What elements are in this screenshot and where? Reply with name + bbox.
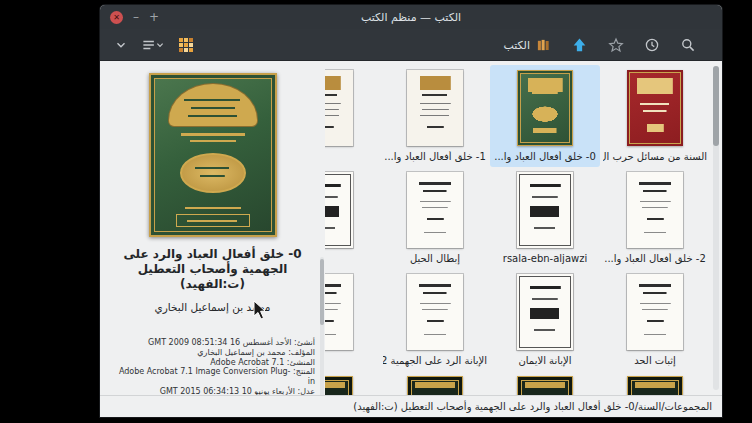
detail-scrollbar-thumb[interactable] [320, 259, 324, 325]
cover-text-line [181, 133, 245, 136]
go-up-icon[interactable] [571, 37, 588, 54]
meta-modified: عدل: الأربعاء يونيو 10 06:34:13 2015 GMT [114, 387, 315, 395]
book-cover-thumbnail [627, 70, 683, 146]
close-button[interactable]: ✕ [110, 11, 123, 24]
book-grid-item[interactable] [490, 371, 600, 395]
cover-text-line [185, 207, 241, 209]
thumbnail-view-icon[interactable] [178, 37, 194, 53]
book-grid-item[interactable]: الإبانة الايمان [490, 269, 600, 371]
book-detail-panel: 0- خلق أفعال العباد والرد على الجهمية وأ… [100, 61, 325, 395]
book-caption: rsala-ebn-aljawzi [503, 253, 587, 265]
book-cover-thumbnail [517, 172, 573, 248]
list-view-icon[interactable] [141, 38, 165, 52]
toolbar: الكتب [100, 29, 722, 61]
main-content: 0- خلق أفعال العباد والرد على الجهمية وأ… [100, 61, 722, 395]
grid-scrollbar[interactable] [713, 66, 719, 390]
book-cover-thumbnail [517, 70, 573, 146]
book-caption: 2- خلق أفعال العباد وا... [604, 253, 706, 265]
book-grid-item[interactable]: rsala-ebn-aljawzi [490, 167, 600, 269]
status-bar: المجموعات/السنة/0- خلق أفعال العباد والر… [100, 395, 722, 417]
book-cover-thumbnail [325, 70, 353, 146]
book-caption: الإبانة الرد على الجهمية 2 [383, 355, 487, 367]
book-cover-thumbnail [325, 172, 353, 248]
book-cover-thumbnail [407, 376, 463, 395]
book-grid-item[interactable]: 1- خلق أفعال العباد وا... [380, 65, 490, 167]
book-cover-thumbnail [407, 274, 463, 350]
books-button[interactable]: الكتب [503, 38, 551, 53]
meta-created: أنشئ: الأحد أغسطس 16 08:51:34 2009 GMT [114, 338, 315, 348]
book-cover-thumbnail [517, 274, 573, 350]
cover-author-cartouche [176, 214, 250, 227]
book-caption: السنة من مسائل حرب ال... [603, 151, 707, 163]
metadata-block: أنشئ: الأحد أغسطس 16 08:51:34 2009 GMT ا… [114, 338, 315, 395]
book-grid-item[interactable] [325, 371, 380, 395]
book-grid-item[interactable] [600, 371, 710, 395]
toolbar-view-group [114, 29, 194, 61]
book-caption: إبطال الحيل [410, 253, 460, 265]
book-title: 0- خلق أفعال العباد والرد على الجهمية وأ… [114, 247, 311, 292]
screen: ✕ – + الكتب — منظم الكتب [0, 0, 752, 423]
book-grid-item[interactable]: الإبانة الرد على الجهمية 2 [380, 269, 490, 371]
book-caption: الإبانة الايمان [518, 355, 571, 367]
book-grid-item[interactable] [380, 371, 490, 395]
status-path: المجموعات/السنة/0- خلق أفعال العباد والر… [353, 401, 712, 412]
book-grid-item[interactable]: إبطال الحيل [380, 167, 490, 269]
book-grid: السنة من مسائل حرب ال... 0- خلق أفعال ال… [325, 61, 722, 395]
book-cover-thumbnail [407, 70, 463, 146]
book-cover-thumbnail [517, 376, 573, 395]
book-cover-thumbnail [325, 274, 353, 350]
book-grid-item[interactable]: إثبات الحد [600, 269, 710, 371]
books-icon [536, 38, 551, 53]
history-icon[interactable] [644, 37, 660, 53]
book-grid-item[interactable]: 0- خلق أفعال العباد وا... [490, 65, 600, 167]
mouse-cursor [252, 300, 266, 324]
book-author: محمد بن إسماعيل البخاري [100, 301, 325, 313]
book-cover-thumbnail [627, 274, 683, 350]
book-grid-item[interactable] [325, 269, 380, 371]
book-grid-item[interactable] [325, 65, 380, 167]
book-cover-thumbnail [627, 172, 683, 248]
book-cover-thumbnail [407, 172, 463, 248]
toolbar-nav-group: الكتب [503, 29, 696, 61]
book-caption: 1- خلق أفعال العباد وا... [384, 151, 486, 163]
cover-text-line [190, 140, 236, 142]
cover-medallion [180, 153, 246, 193]
meta-creator: المنشئ: Adobe Acrobat 7.1 [114, 358, 315, 368]
cover-ornament-top [169, 84, 257, 126]
minimize-button[interactable]: – [133, 10, 139, 24]
window-title: الكتب — منظم الكتب [100, 5, 722, 29]
book-caption: إثبات الحد [634, 355, 676, 367]
book-grid-item[interactable] [325, 167, 380, 269]
window-controls: ✕ – + [110, 5, 159, 29]
star-icon[interactable] [608, 37, 624, 53]
search-icon[interactable] [680, 37, 696, 53]
book-cover-large [149, 73, 277, 237]
book-caption: 0- خلق أفعال العباد وا... [494, 151, 596, 163]
books-button-label: الكتب [503, 39, 530, 52]
book-cover-thumbnail [627, 376, 683, 395]
titlebar[interactable]: ✕ – + الكتب — منظم الكتب [100, 5, 722, 29]
book-cover-thumbnail [325, 376, 353, 395]
detail-scrollbar[interactable] [320, 257, 324, 395]
maximize-button[interactable]: + [149, 10, 159, 24]
meta-author: المؤلف: محمد بن إسماعيل البخاري [114, 348, 315, 358]
book-grid-item[interactable]: السنة من مسائل حرب ال... [600, 65, 710, 167]
grid-scrollbar-thumb[interactable] [713, 66, 719, 146]
chevron-down-icon[interactable] [114, 38, 128, 52]
book-grid-item[interactable]: 2- خلق أفعال العباد وا... [600, 167, 710, 269]
book-organizer-window: ✕ – + الكتب — منظم الكتب [100, 5, 722, 417]
meta-producer: المنتج: Adobe Acrobat 7.1 Image Conversi… [114, 367, 315, 387]
